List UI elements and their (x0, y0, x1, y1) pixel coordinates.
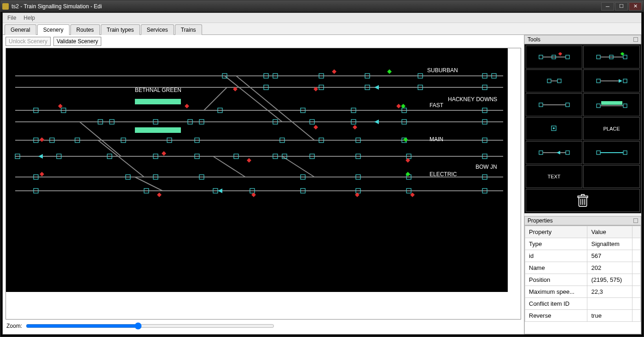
tab-trains[interactable]: Trains (175, 24, 202, 35)
tab-scenery[interactable]: Scenery (37, 24, 70, 35)
table-row[interactable]: id567 (525, 250, 641, 262)
svg-rect-122 (547, 79, 551, 83)
svg-point-137 (553, 127, 555, 129)
unlock-scenery-button[interactable]: Unlock Scenery (6, 37, 51, 46)
svg-rect-115 (558, 52, 562, 56)
label-hackney: HACKNEY DOWNS (448, 96, 497, 103)
svg-marker-140 (557, 151, 560, 154)
undock-icon[interactable] (633, 37, 638, 42)
svg-rect-117 (597, 55, 600, 59)
tool-delete[interactable] (526, 189, 640, 212)
tool-block[interactable] (526, 69, 582, 92)
prop-name: Conflict item ID (525, 298, 587, 310)
tool-signal-green-right[interactable] (583, 46, 640, 69)
prop-value[interactable]: (2195, 575) (587, 274, 632, 286)
tab-routes[interactable]: Routes (70, 24, 100, 35)
minimize-button[interactable]: ─ (601, 2, 614, 11)
label-electric: ELECTRIC (429, 171, 457, 177)
svg-rect-92 (396, 104, 401, 109)
table-row[interactable]: Maximum spee...22,3 (525, 286, 641, 298)
prop-name: Position (525, 274, 587, 286)
col-value[interactable]: Value (587, 226, 632, 238)
prop-value[interactable]: 202 (587, 262, 632, 274)
prop-value[interactable]: true (587, 310, 632, 322)
svg-rect-104 (387, 69, 392, 74)
table-row[interactable]: Conflict item ID (525, 298, 641, 310)
svg-rect-93 (40, 137, 44, 142)
tool-place[interactable]: PLACE (583, 117, 640, 140)
label-main: MAIN (429, 136, 443, 143)
svg-rect-141 (566, 151, 569, 154)
tool-track-alt[interactable] (583, 141, 640, 164)
menu-file[interactable]: File (7, 15, 16, 21)
svg-marker-110 (374, 85, 379, 90)
prop-value[interactable] (587, 298, 632, 310)
close-button[interactable]: ✕ (629, 2, 642, 11)
zoom-label: Zoom: (6, 323, 22, 329)
svg-rect-121 (623, 55, 627, 59)
svg-rect-132 (597, 104, 600, 108)
svg-line-10 (204, 87, 227, 110)
tool-end-arrow[interactable] (583, 69, 640, 92)
svg-rect-124 (557, 79, 561, 83)
svg-rect-116 (566, 55, 569, 59)
tools-palette: PLACE TEXT (524, 44, 641, 213)
svg-rect-16 (135, 99, 181, 104)
svg-rect-142 (597, 151, 600, 154)
tool-arrow-left[interactable] (526, 141, 582, 164)
svg-rect-129 (539, 103, 543, 107)
svg-rect-95 (247, 158, 251, 163)
tool-signal-red-left[interactable] (526, 46, 582, 69)
col-property[interactable]: Property (525, 226, 587, 238)
label-fast: FAST (429, 102, 444, 109)
svg-rect-87 (58, 104, 63, 109)
svg-rect-138 (539, 151, 543, 154)
tools-panel-title: Tools (524, 35, 641, 44)
scenery-canvas[interactable]: BETHNAL GREEN SUBURBAN HACKNEY DOWNS FAS… (6, 48, 521, 320)
svg-rect-133 (601, 101, 622, 105)
validate-scenery-button[interactable]: Validate Scenery (53, 37, 101, 46)
properties-table[interactable]: Property Value TypeSignalItemid567Name20… (525, 226, 641, 322)
svg-rect-94 (162, 151, 166, 156)
svg-rect-105 (401, 104, 406, 109)
svg-line-8 (225, 76, 282, 122)
tab-general[interactable]: General (5, 24, 36, 35)
tab-services[interactable]: Services (141, 24, 174, 35)
svg-rect-125 (597, 79, 600, 83)
zoom-slider[interactable] (26, 322, 274, 330)
svg-rect-144 (623, 151, 627, 154)
tool-track[interactable] (526, 93, 582, 116)
svg-marker-127 (619, 79, 622, 83)
svg-marker-108 (38, 154, 43, 159)
tool-point[interactable] (526, 117, 582, 140)
undock-icon[interactable] (633, 218, 638, 223)
tool-platform[interactable] (583, 93, 640, 116)
label-suburban: SUBURBAN (427, 67, 458, 74)
svg-rect-99 (40, 172, 44, 177)
prop-value[interactable]: 22,3 (587, 286, 632, 298)
tabbar: General Scenery Routes Train types Servi… (3, 23, 641, 35)
maximize-button[interactable]: ☐ (615, 2, 628, 11)
table-row[interactable]: Name202 (525, 262, 641, 274)
prop-value[interactable]: 567 (587, 250, 632, 262)
svg-rect-135 (623, 104, 627, 108)
svg-rect-96 (313, 125, 318, 130)
svg-rect-112 (539, 55, 543, 59)
table-row[interactable]: TypeSignalItem (525, 238, 641, 250)
prop-name: id (525, 250, 587, 262)
tool-text[interactable]: TEXT (526, 165, 582, 188)
table-row[interactable]: Reversetrue (525, 310, 641, 322)
app-icon (2, 3, 9, 10)
table-row[interactable]: Position(2195, 575) (525, 274, 641, 286)
svg-line-11 (80, 122, 121, 156)
label-bethnal: BETHNAL GREEN (135, 87, 181, 93)
prop-value[interactable]: SignalItem (587, 238, 632, 250)
label-bowjn: BOW JN (476, 164, 497, 170)
svg-rect-100 (157, 193, 162, 197)
svg-rect-17 (135, 127, 181, 133)
menu-help[interactable]: Help (23, 15, 35, 21)
prop-name: Reverse (525, 310, 587, 322)
tab-train-types[interactable]: Train types (101, 24, 140, 35)
svg-line-13 (213, 156, 245, 177)
svg-rect-91 (332, 69, 337, 74)
